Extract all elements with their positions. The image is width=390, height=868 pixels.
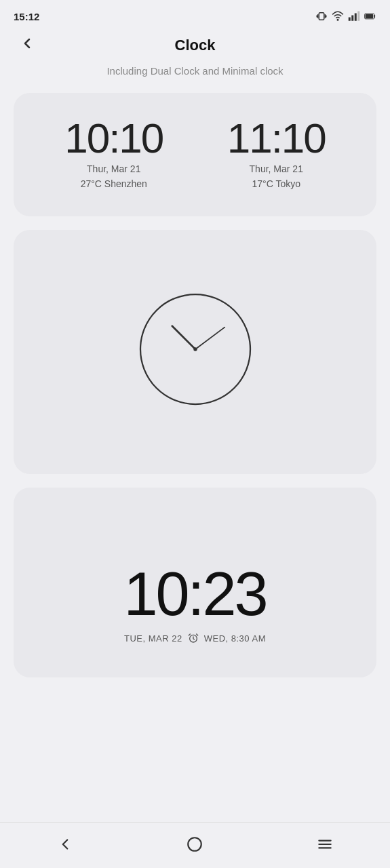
clock-date-1: Thur, Mar 21 [87, 163, 140, 174]
svg-point-15 [189, 837, 202, 851]
clock-item-shenzhen: 10:10 Thur, Mar 21 27°C Shenzhen [64, 117, 163, 189]
digital-clock-card: 10:23 TUE, MAR 22 WED, 8:30 AM [14, 488, 376, 677]
digital-date: TUE, MAR 22 [124, 633, 182, 644]
signal-icon [348, 10, 360, 22]
svg-rect-9 [366, 14, 374, 18]
status-bar: 15:12 [0, 0, 390, 30]
back-button[interactable] [14, 33, 41, 58]
svg-point-13 [193, 347, 197, 351]
digital-clock-inner: 10:23 TUE, MAR 22 WED, 8:30 AM [14, 488, 376, 677]
analog-clock-face [134, 288, 256, 410]
subtitle: Including Dual Clock and Minimal clock [0, 65, 390, 93]
digital-time: 10:23 [123, 564, 266, 625]
nav-back-icon [56, 835, 74, 853]
svg-line-11 [172, 326, 195, 349]
clock-time-2: 11:10 [227, 117, 326, 159]
svg-rect-5 [351, 16, 353, 21]
analog-clock-card [14, 230, 376, 474]
nav-home-icon [186, 835, 203, 853]
clock-date-2: Thur, Mar 21 [250, 163, 303, 174]
nav-menu-button[interactable] [300, 830, 350, 859]
vibrate-icon [315, 10, 328, 22]
nav-menu-icon [316, 835, 334, 853]
content-area: 10:10 Thur, Mar 21 27°C Shenzhen 11:10 T… [0, 93, 390, 822]
svg-rect-7 [357, 12, 359, 21]
status-right-icons [315, 10, 376, 22]
wifi-icon [332, 10, 344, 22]
bottom-nav [0, 822, 390, 868]
alarm-clock-icon [188, 633, 199, 644]
date-alarm-row: TUE, MAR 22 WED, 8:30 AM [124, 633, 266, 644]
nav-home-button[interactable] [170, 830, 220, 859]
svg-rect-4 [349, 18, 351, 21]
analog-clock-inner [14, 230, 376, 474]
nav-back-button[interactable] [40, 830, 90, 859]
back-chevron-icon [19, 35, 35, 52]
svg-point-3 [337, 20, 338, 21]
battery-icon [364, 10, 376, 22]
svg-line-12 [195, 328, 225, 349]
page-title: Clock [175, 37, 216, 54]
dual-clock-card: 10:10 Thur, Mar 21 27°C Shenzhen 11:10 T… [14, 93, 376, 216]
digital-alarm: WED, 8:30 AM [204, 633, 266, 644]
svg-rect-6 [355, 14, 357, 21]
clock-item-tokyo: 11:10 Thur, Mar 21 17°C Tokyo [227, 117, 326, 189]
svg-rect-2 [319, 13, 324, 20]
clock-location-2: 17°C Tokyo [252, 178, 301, 189]
status-time: 15:12 [14, 11, 39, 22]
clock-location-1: 27°C Shenzhen [81, 178, 147, 189]
clock-time-1: 10:10 [64, 117, 163, 159]
top-nav: Clock [0, 30, 390, 65]
status-left: 15:12 [14, 11, 53, 22]
dual-clock-inner: 10:10 Thur, Mar 21 27°C Shenzhen 11:10 T… [14, 93, 376, 216]
